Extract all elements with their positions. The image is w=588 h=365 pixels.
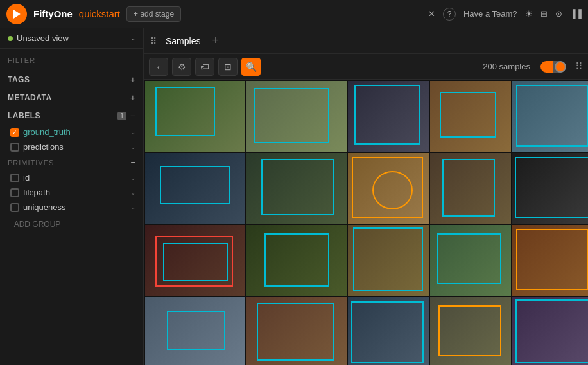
grid-item[interactable] — [430, 225, 511, 296]
unsaved-view-label: Unsaved view — [17, 33, 69, 43]
toggle-track[interactable] — [540, 61, 566, 73]
grid-row-2 — [145, 153, 587, 224]
tags-label: TAGS — [8, 75, 30, 84]
grid-row-4 — [145, 297, 587, 365]
primitives-minus-icon[interactable]: − — [130, 157, 135, 167]
grid-item[interactable] — [430, 153, 511, 224]
svg-marker-0 — [13, 9, 21, 19]
id-checkbox[interactable] — [10, 174, 19, 182]
filter-view-button[interactable]: ⊡ — [218, 58, 238, 76]
grid-item[interactable] — [145, 153, 245, 224]
unsaved-view-chevron: ⌄ — [130, 35, 135, 42]
add-tab-button[interactable]: + — [209, 34, 221, 48]
uniqueness-label: uniqueness — [23, 202, 126, 212]
id-label: id — [23, 173, 126, 182]
ground-truth-item[interactable]: ground_truth ⌄ — [0, 125, 143, 139]
metadata-add-icon[interactable]: + — [130, 93, 135, 103]
content-header: ⠿ Samples + — [144, 28, 588, 54]
topbar: FiftyOne quickstart + add stage ✕ ? Have… — [0, 0, 588, 28]
predictions-item[interactable]: predictions ⌄ — [0, 139, 143, 154]
content-area: ⠿ Samples + ‹ ⚙ 🏷 ⊡ 🔍 200 samples ⠿ — [144, 28, 588, 365]
grid-item[interactable] — [512, 153, 588, 224]
grid-item[interactable] — [430, 297, 511, 365]
tag-button[interactable]: 🏷 — [195, 58, 214, 76]
filepath-chevron[interactable]: ⌄ — [130, 189, 135, 196]
sample-count-text: 200 samples — [483, 62, 530, 71]
uniqueness-chevron[interactable]: ⌄ — [130, 204, 135, 211]
toolbar: ‹ ⚙ 🏷 ⊡ 🔍 200 samples ⠿ — [144, 54, 588, 80]
tags-row[interactable]: TAGS + — [0, 71, 143, 89]
grid-item[interactable] — [348, 297, 429, 365]
grid-item[interactable] — [512, 81, 588, 152]
grid-item[interactable] — [246, 81, 347, 152]
image-grid — [144, 80, 588, 365]
grid-icon[interactable]: ⊞ — [540, 9, 548, 19]
app-logo — [6, 4, 27, 24]
grid-item[interactable] — [145, 297, 245, 365]
grid-view-button[interactable]: ⠿ — [575, 60, 583, 73]
primitives-section: PRIMITIVES − — [0, 154, 143, 170]
view-status-dot — [8, 36, 13, 41]
toggle-knob[interactable] — [555, 61, 566, 73]
ground-truth-chevron[interactable]: ⌄ — [130, 129, 135, 136]
tags-add-icon[interactable]: + — [130, 75, 135, 85]
tab-samples[interactable]: Samples — [162, 36, 204, 46]
app-name: FiftyOne — [33, 8, 73, 19]
grid-item[interactable] — [348, 81, 429, 152]
ground-truth-checkbox[interactable] — [10, 128, 19, 137]
filepath-primitive-item[interactable]: filepath ⌄ — [0, 185, 143, 200]
predictions-chevron[interactable]: ⌄ — [130, 143, 135, 150]
filepath-label: filepath — [23, 188, 126, 197]
grid-item[interactable] — [246, 225, 347, 296]
labels-count-badge: 1 — [117, 112, 126, 120]
grid-item[interactable] — [512, 225, 588, 296]
uniqueness-primitive-item[interactable]: uniqueness ⌄ — [0, 200, 143, 215]
id-chevron[interactable]: ⌄ — [130, 174, 135, 181]
dataset-name: quickstart — [79, 8, 120, 19]
grid-item[interactable] — [145, 81, 245, 152]
search-button[interactable]: 🔍 — [241, 58, 261, 76]
add-stage-button[interactable]: + add stage — [126, 6, 181, 22]
sidebar: Unsaved view ⌄ FILTER TAGS + METADATA + … — [0, 28, 144, 365]
sun-icon[interactable]: ☀ — [525, 9, 533, 19]
uniqueness-checkbox[interactable] — [10, 203, 19, 212]
grid-item[interactable] — [348, 225, 429, 296]
grid-item[interactable] — [246, 297, 347, 365]
unsaved-view-selector[interactable]: Unsaved view ⌄ — [0, 28, 143, 49]
predictions-checkbox[interactable] — [10, 143, 19, 152]
grid-item[interactable] — [145, 225, 245, 296]
labels-label: LABELS — [8, 111, 40, 120]
toggle-container[interactable] — [540, 61, 566, 73]
grid-item[interactable] — [246, 153, 347, 224]
github-icon[interactable]: ⊙ — [555, 9, 562, 19]
menu-icon[interactable]: ▐▐ — [570, 9, 582, 19]
grid-item[interactable] — [430, 81, 511, 152]
grid-item[interactable] — [512, 297, 588, 365]
grid-item[interactable] — [348, 153, 429, 224]
close-icon[interactable]: ✕ — [428, 9, 435, 19]
metadata-label: METADATA — [8, 93, 52, 102]
labels-minus-icon[interactable]: − — [130, 111, 135, 121]
add-group-button[interactable]: + ADD GROUP — [0, 215, 143, 234]
primitives-label: PRIMITIVES — [8, 159, 54, 166]
ground-truth-label: ground_truth — [23, 127, 126, 137]
filter-label: FILTER — [8, 53, 135, 67]
grid-row-1 — [145, 81, 587, 152]
settings-button[interactable]: ⚙ — [172, 58, 191, 76]
filepath-checkbox[interactable] — [10, 188, 19, 197]
id-primitive-item[interactable]: id ⌄ — [0, 170, 143, 185]
grid-dots-icon: ⠿ — [150, 36, 157, 46]
have-team-text: Have a Team? — [463, 9, 517, 19]
help-icon[interactable]: ? — [443, 8, 456, 21]
back-button[interactable]: ‹ — [149, 58, 168, 76]
grid-row-3 — [145, 225, 587, 296]
metadata-row[interactable]: METADATA + — [0, 89, 143, 107]
labels-row[interactable]: LABELS 1 − — [0, 107, 143, 125]
predictions-label: predictions — [23, 142, 126, 152]
